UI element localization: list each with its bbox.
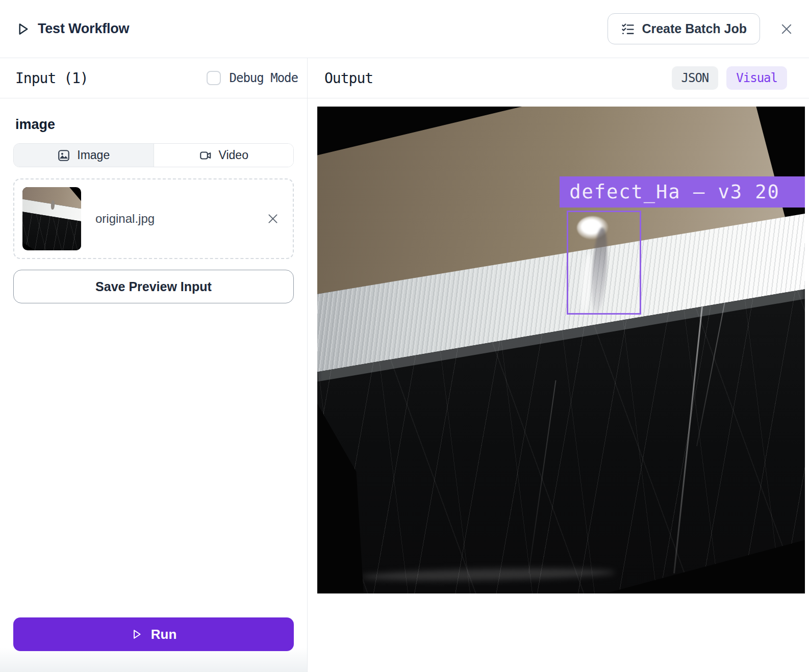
play-icon (15, 21, 31, 37)
scratch-line (528, 380, 556, 574)
input-panel: Input (1) Debug Mode image Image Video (0, 58, 308, 672)
image-field-label: image (15, 117, 294, 133)
save-preview-input-button[interactable]: Save Preview Input (13, 270, 294, 303)
input-image-thumbnail (22, 187, 81, 250)
media-type-tabs: Image Video (13, 143, 294, 167)
input-panel-header: Input (1) Debug Mode (0, 58, 307, 98)
output-view-toggle: JSON Visual (672, 66, 788, 90)
create-batch-job-label: Create Batch Job (642, 21, 747, 36)
run-button-label: Run (151, 627, 177, 642)
test-workflow-panel: Test Workflow Create Batch Job Input (1)… (0, 0, 809, 672)
run-area: Run (0, 607, 307, 672)
run-button[interactable]: Run (13, 617, 294, 651)
toggle-json[interactable]: JSON (672, 66, 719, 90)
list-check-icon (621, 22, 635, 36)
scratch-smudge (361, 567, 615, 583)
video-camera-icon (199, 149, 212, 162)
debug-mode-label: Debug Mode (230, 71, 298, 85)
input-title: Input (1) (15, 70, 88, 87)
picture-icon (57, 149, 70, 162)
tab-video[interactable]: Video (154, 144, 294, 167)
output-title: Output (324, 70, 373, 87)
input-panel-body: image Image Video (0, 117, 307, 303)
remove-file-icon[interactable] (266, 212, 280, 225)
input-file-card[interactable]: original.jpg (13, 178, 294, 259)
close-icon[interactable] (779, 22, 794, 36)
run-play-icon (131, 628, 143, 640)
debug-mode-toggle[interactable]: Debug Mode (207, 71, 298, 85)
tab-image-label: Image (77, 148, 110, 162)
debug-mode-checkbox[interactable] (207, 71, 221, 85)
detection-label: defect_Ha — v3 20 (560, 176, 805, 208)
output-visualization-image: defect_Ha — v3 20 (317, 107, 805, 593)
page-title: Test Workflow (38, 21, 129, 37)
toggle-visual[interactable]: Visual (726, 66, 787, 90)
tab-image[interactable]: Image (14, 144, 154, 167)
detection-bounding-box (567, 211, 641, 314)
create-batch-job-button[interactable]: Create Batch Job (608, 13, 760, 44)
main-split: Input (1) Debug Mode image Image Video (0, 58, 809, 672)
tab-video-label: Video (219, 148, 248, 162)
file-name: original.jpg (95, 212, 266, 226)
output-panel: Output JSON Visual (308, 58, 809, 672)
output-panel-header: Output JSON Visual (308, 58, 809, 98)
header: Test Workflow Create Batch Job (0, 0, 809, 58)
output-canvas: defect_Ha — v3 20 (308, 98, 809, 672)
